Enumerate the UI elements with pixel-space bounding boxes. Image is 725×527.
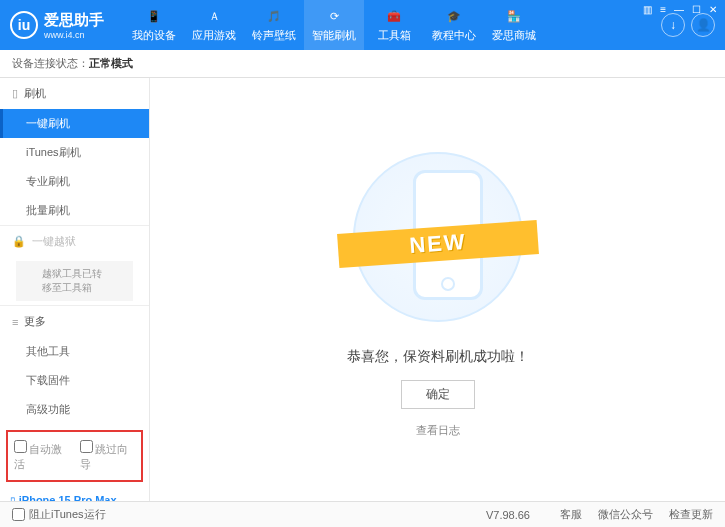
footer-link-1[interactable]: 微信公众号 [598, 507, 653, 522]
nav-icon-5-icon: 🎓 [445, 8, 463, 26]
view-log-link[interactable]: 查看日志 [416, 423, 460, 438]
nav-item-2[interactable]: 🎵铃声壁纸 [244, 0, 304, 50]
sidebar-item-more-2[interactable]: 高级功能 [0, 395, 149, 424]
sidebar: ▯ 刷机 一键刷机iTunes刷机专业刷机批量刷机 🔒 一键越狱 越狱工具已转移… [0, 78, 150, 501]
skip-guide-option[interactable]: 跳过向导 [80, 440, 136, 472]
success-message: 恭喜您，保资料刷机成功啦！ [347, 348, 529, 366]
nav-item-3[interactable]: ⟳智能刷机 [304, 0, 364, 50]
nav-item-5[interactable]: 🎓教程中心 [424, 0, 484, 50]
block-itunes-checkbox[interactable] [12, 508, 25, 521]
nav-label: 爱思商城 [492, 28, 536, 43]
nav-item-6[interactable]: 🏪爱思商城 [484, 0, 544, 50]
phone-icon: ▯ [12, 87, 18, 100]
nav-label: 我的设备 [132, 28, 176, 43]
ok-button[interactable]: 确定 [401, 380, 475, 409]
sidebar-section-more[interactable]: ≡ 更多 [0, 306, 149, 337]
sidebar-item-more-1[interactable]: 下载固件 [0, 366, 149, 395]
status-label: 设备连接状态： [12, 56, 89, 71]
app-name: 爱思助手 [44, 11, 104, 30]
sidebar-item-flash-1[interactable]: iTunes刷机 [0, 138, 149, 167]
device-name: iPhone 15 Pro Max [19, 494, 117, 501]
status-bar: 设备连接状态： 正常模式 [0, 50, 725, 78]
maximize-icon[interactable]: ☐ [692, 4, 701, 15]
sidebar-section-flash[interactable]: ▯ 刷机 [0, 78, 149, 109]
skip-guide-checkbox[interactable] [80, 440, 93, 453]
logo[interactable]: iu 爱思助手 www.i4.cn [10, 11, 104, 40]
user-icon[interactable]: 👤 [691, 13, 715, 37]
success-illustration: NEW [338, 142, 538, 332]
nav-icon-0-icon: 📱 [145, 8, 163, 26]
footer: 阻止iTunes运行 V7.98.66 客服微信公众号检查更新 [0, 501, 725, 527]
close-icon[interactable]: ✕ [709, 4, 717, 15]
sidebar-jailbreak-title: 一键越狱 [32, 234, 76, 249]
sidebar-item-flash-3[interactable]: 批量刷机 [0, 196, 149, 225]
main-content: NEW 恭喜您，保资料刷机成功啦！ 确定 查看日志 [150, 78, 725, 501]
jailbreak-note: 越狱工具已转移至工具箱 [16, 261, 133, 301]
main-nav: 📱我的设备Ａ应用游戏🎵铃声壁纸⟳智能刷机🧰工具箱🎓教程中心🏪爱思商城 [124, 0, 661, 50]
lock-icon: 🔒 [12, 235, 26, 248]
minimize-icon[interactable]: — [674, 4, 684, 15]
nav-icon-2-icon: 🎵 [265, 8, 283, 26]
sidebar-item-flash-2[interactable]: 专业刷机 [0, 167, 149, 196]
nav-icon-3-icon: ⟳ [325, 8, 343, 26]
sidebar-item-flash-0[interactable]: 一键刷机 [0, 109, 149, 138]
nav-icon-6-icon: 🏪 [505, 8, 523, 26]
nav-icon-4-icon: 🧰 [385, 8, 403, 26]
logo-icon: iu [10, 11, 38, 39]
status-value: 正常模式 [89, 56, 133, 71]
options-highlight-box: 自动激活 跳过向导 [6, 430, 143, 482]
sidebar-more-title: 更多 [24, 314, 46, 329]
nav-label: 工具箱 [378, 28, 411, 43]
nav-label: 教程中心 [432, 28, 476, 43]
download-icon[interactable]: ↓ [661, 13, 685, 37]
nav-label: 应用游戏 [192, 28, 236, 43]
footer-link-0[interactable]: 客服 [560, 507, 582, 522]
nav-label: 铃声壁纸 [252, 28, 296, 43]
nav-icon-1-icon: Ａ [205, 8, 223, 26]
sidebar-item-more-0[interactable]: 其他工具 [0, 337, 149, 366]
footer-link-2[interactable]: 检查更新 [669, 507, 713, 522]
auto-activate-option[interactable]: 自动激活 [14, 440, 70, 472]
auto-activate-checkbox[interactable] [14, 440, 27, 453]
block-itunes-label: 阻止iTunes运行 [29, 507, 106, 522]
header: iu 爱思助手 www.i4.cn 📱我的设备Ａ应用游戏🎵铃声壁纸⟳智能刷机🧰工… [0, 0, 725, 50]
menu-icon: ≡ [12, 316, 18, 328]
sidebar-flash-title: 刷机 [24, 86, 46, 101]
app-url: www.i4.cn [44, 30, 104, 40]
version-label: V7.98.66 [486, 509, 530, 521]
sidebar-section-jailbreak: 🔒 一键越狱 [0, 226, 149, 257]
nav-label: 智能刷机 [312, 28, 356, 43]
nav-item-4[interactable]: 🧰工具箱 [364, 0, 424, 50]
nav-item-1[interactable]: Ａ应用游戏 [184, 0, 244, 50]
win-menu-icon[interactable]: ▥ [643, 4, 652, 15]
win-tray-icon[interactable]: ≡ [660, 4, 666, 15]
nav-item-0[interactable]: 📱我的设备 [124, 0, 184, 50]
device-info[interactable]: ▯ iPhone 15 Pro Max 512GB iPhone [0, 488, 149, 501]
